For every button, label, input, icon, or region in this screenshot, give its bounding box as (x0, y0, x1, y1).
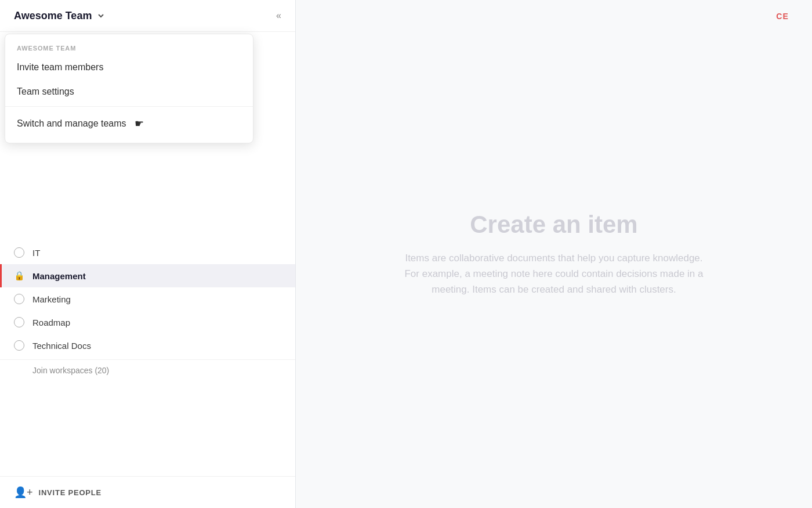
workspace-item-management[interactable]: 🔒 Management (0, 264, 295, 287)
invite-people-section[interactable]: 👤+ INVITE PEOPLE (0, 476, 295, 508)
workspace-item-technical-docs[interactable]: Technical Docs (0, 334, 295, 357)
cursor-hand-icon: ☛ (135, 117, 144, 130)
workspace-list: IT 🔒 Management Marketing Roadmap Techni… (0, 241, 295, 476)
invite-people-icon: 👤+ (14, 486, 33, 499)
team-dropdown-menu: AWESOME TEAM Invite team members Team se… (5, 34, 253, 143)
dropdown-team-settings[interactable]: Team settings (5, 80, 253, 104)
top-right-hint: CE (776, 12, 789, 21)
dropdown-switch-teams[interactable]: Switch and manage teams ☛ (5, 109, 253, 138)
main-content: CE Create an item Items are collaborativ… (296, 0, 812, 508)
switch-teams-label: Switch and manage teams (17, 118, 126, 129)
workspace-circle-icon-it (14, 247, 24, 258)
workspace-label-it: IT (32, 248, 40, 258)
collapse-icon: « (276, 10, 281, 20)
team-settings-label: Team settings (17, 87, 74, 97)
workspace-label-marketing: Marketing (32, 294, 71, 304)
workspace-lock-icon-management: 🔒 (14, 271, 24, 281)
join-workspaces-label: Join workspaces (20) (32, 366, 109, 375)
workspace-label-roadmap: Roadmap (32, 318, 70, 327)
workspace-circle-icon-roadmap (14, 317, 24, 327)
team-name-label: Awesome Team (14, 10, 92, 22)
create-item-title: Create an item (403, 211, 705, 239)
chevron-down-icon (96, 11, 106, 20)
create-item-desc: Items are collaborative documents that h… (403, 250, 705, 298)
invite-members-label: Invite team members (17, 62, 103, 73)
team-name-button[interactable]: Awesome Team (14, 10, 106, 22)
dropdown-section-label: AWESOME TEAM (5, 39, 253, 55)
dropdown-invite-members[interactable]: Invite team members (5, 55, 253, 80)
dropdown-divider (5, 106, 253, 107)
collapse-button[interactable]: « (274, 8, 284, 23)
join-workspaces-link[interactable]: Join workspaces (20) (0, 359, 295, 381)
invite-people-label: INVITE PEOPLE (39, 488, 102, 497)
sidebar: Awesome Team « AWESOME TEAM Invite team … (0, 0, 296, 508)
sidebar-header: Awesome Team « (0, 0, 295, 32)
workspace-item-it[interactable]: IT (0, 241, 295, 264)
workspace-circle-icon-technical-docs (14, 340, 24, 351)
workspace-item-roadmap[interactable]: Roadmap (0, 311, 295, 334)
create-item-container: Create an item Items are collaborative d… (380, 188, 728, 321)
workspace-circle-icon-marketing (14, 294, 24, 304)
workspace-label-management: Management (32, 271, 86, 281)
workspace-item-marketing[interactable]: Marketing (0, 287, 295, 311)
workspace-label-technical-docs: Technical Docs (32, 341, 91, 351)
